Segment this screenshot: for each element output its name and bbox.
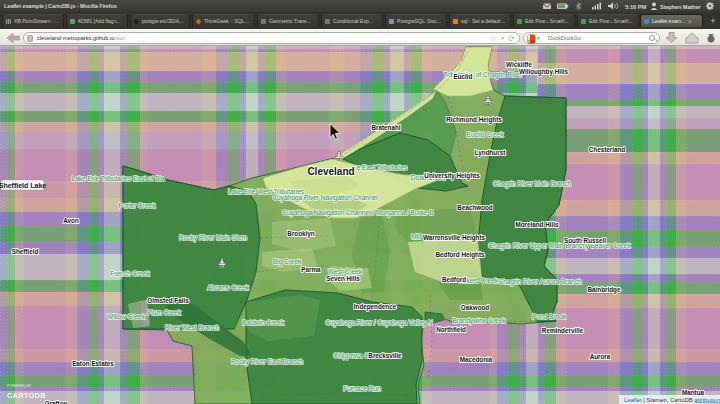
svg-text:Grafton: Grafton	[45, 400, 68, 404]
svg-text:Reminderville: Reminderville	[542, 327, 584, 334]
svg-text:Chesterland: Chesterland	[589, 146, 626, 153]
svg-text:Oakwood: Oakwood	[461, 304, 489, 311]
svg-text:Avon: Avon	[63, 217, 79, 224]
svg-text:Willow Creek: Willow Creek	[107, 313, 146, 320]
svg-text:Lake Erie Tributaries East of: Lake Erie Tributaries East of Bla	[72, 175, 165, 182]
svg-text:Eaton Estates: Eaton Estates	[72, 360, 114, 367]
svg-text:Macedonia: Macedonia	[460, 356, 493, 363]
svg-text:Olmsted Falls: Olmsted Falls	[147, 297, 189, 304]
svg-text:Cuyahoga River Navigation Chan: Cuyahoga River Navigation Channel	[272, 194, 378, 202]
svg-text:Warrensville Heights: Warrensville Heights	[423, 234, 486, 242]
svg-text:Parma: Parma	[301, 266, 321, 273]
svg-text:Bedford: Bedford	[442, 276, 466, 283]
svg-text:Cleveland: Cleveland	[307, 166, 354, 177]
svg-text:Rocky River Main Stem: Rocky River Main Stem	[179, 234, 247, 242]
svg-text:Chippewa Cr: Chippewa Cr	[333, 352, 371, 360]
svg-text:Moreland Hills: Moreland Hills	[515, 221, 559, 228]
svg-text:e East Tributaries: e East Tributaries	[357, 164, 408, 171]
svg-text:Furnace Run: Furnace Run	[343, 385, 381, 392]
svg-text:Northfield: Northfield	[436, 326, 466, 333]
svg-text:Bainbridge: Bainbridge	[588, 286, 621, 294]
svg-text:Bedford Heights: Bedford Heights	[436, 251, 485, 259]
svg-text:5:16 PM: 5:16 PM	[625, 4, 646, 10]
svg-text:Brooklyn: Brooklyn	[287, 230, 314, 238]
svg-text:Euclid: Euclid	[454, 73, 473, 80]
svg-text:Sheffield Lake: Sheffield Lake	[0, 182, 46, 189]
svg-text:Cuyahoga Navigation Channel /: Cuyahoga Navigation Channel / Morganna /…	[282, 209, 433, 217]
svg-text:Cuyahoga River / Cuyahoga Vall: Cuyahoga River / Cuyahoga Valley N	[325, 319, 432, 327]
svg-text:Wickliffe: Wickliffe	[506, 61, 532, 68]
svg-text:Pond Brook: Pond Brook	[532, 313, 567, 320]
svg-text:South Russell: South Russell	[564, 237, 606, 244]
svg-text:Plum Creek: Plum Creek	[147, 309, 182, 316]
svg-text:Brecksville: Brecksville	[368, 352, 402, 359]
svg-text:Willoughby Hills: Willoughby Hills	[519, 68, 568, 76]
svg-text:Big Creek: Big Creek	[273, 258, 302, 266]
svg-text:French Creek: French Creek	[110, 270, 150, 277]
svg-text:Porter Creek: Porter Creek	[119, 202, 157, 209]
svg-text:River West Branch: River West Branch	[165, 324, 219, 331]
svg-text:West Creek: West Creek	[328, 268, 363, 275]
svg-text:Lyndhurst: Lyndhurst	[475, 149, 506, 157]
svg-text:POWERED BY: POWERED BY	[7, 384, 32, 388]
svg-text:Euclid Creek: Euclid Creek	[467, 131, 505, 138]
svg-text:Beachwood: Beachwood	[457, 204, 492, 211]
svg-text:Richmond Heights: Richmond Heights	[446, 116, 502, 124]
svg-text:Brandywine Creek: Brandywine Creek	[452, 317, 506, 325]
svg-text:Mill: Mill	[411, 233, 421, 240]
svg-text:Baldwin Creek: Baldwin Creek	[242, 319, 285, 326]
svg-text:Leaflet | Stamen, CartoDB attr: Leaflet | Stamen, CartoDB attribution	[624, 397, 720, 403]
svg-text:Bratenahl: Bratenahl	[371, 124, 400, 131]
svg-text:Chagrin River Aurora Branch: Chagrin River Aurora Branch	[498, 278, 581, 286]
svg-text:Mantua: Mantua	[682, 389, 705, 396]
svg-text:Stephen Mather: Stephen Mather	[660, 4, 701, 10]
svg-text:University Heights: University Heights	[424, 172, 480, 180]
svg-text:Rocky River East Branch: Rocky River East Branch	[231, 358, 304, 366]
svg-text:CARTODB: CARTODB	[7, 391, 46, 400]
svg-text:Aurora: Aurora	[590, 353, 611, 360]
svg-text:Independence: Independence	[354, 303, 397, 311]
svg-text:Chagrin River Main Branch: Chagrin River Main Branch	[493, 180, 571, 188]
svg-text:Sheffield: Sheffield	[12, 248, 39, 255]
svg-text:Abrams Creek: Abrams Creek	[207, 284, 249, 291]
svg-text:Seven Hills: Seven Hills	[326, 275, 360, 282]
